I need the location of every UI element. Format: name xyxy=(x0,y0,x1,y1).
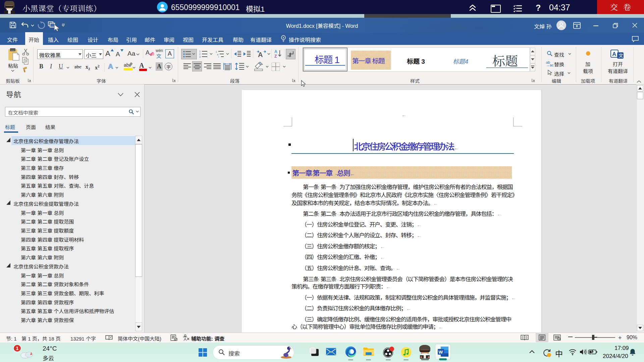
svg-text:Z: Z xyxy=(274,54,277,58)
svg-text:W: W xyxy=(439,350,443,355)
svg-text:A: A xyxy=(274,49,277,54)
svg-text:A: A xyxy=(612,51,616,57)
svg-text:1: 1 xyxy=(199,50,201,53)
svg-text:3: 3 xyxy=(199,56,201,58)
svg-text:2: 2 xyxy=(199,53,201,55)
svg-text:1: 1 xyxy=(216,51,217,53)
svg-text:文: 文 xyxy=(619,52,623,59)
svg-text:a: a xyxy=(217,53,218,56)
svg-text:i: i xyxy=(218,56,219,58)
